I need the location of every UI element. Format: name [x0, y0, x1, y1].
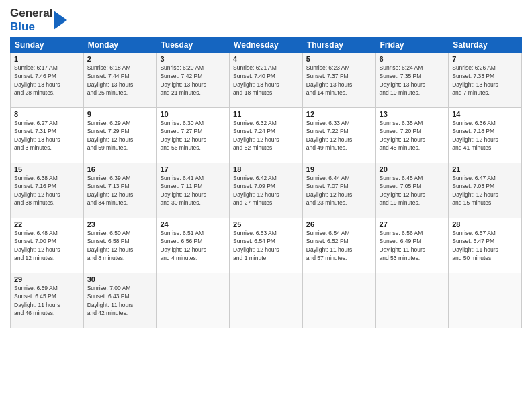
day-number: 23: [87, 220, 153, 228]
day-number: 21: [452, 165, 518, 173]
calendar-cell: 20Sunrise: 6:45 AM Sunset: 7:05 PM Dayli…: [375, 163, 449, 218]
calendar-week-row: 15Sunrise: 6:38 AM Sunset: 7:16 PM Dayli…: [11, 163, 522, 218]
day-number: 12: [306, 110, 372, 118]
page-header: General Blue: [10, 7, 522, 33]
day-info: Sunrise: 6:29 AM Sunset: 7:29 PM Dayligh…: [87, 119, 153, 152]
calendar-cell: 11Sunrise: 6:32 AM Sunset: 7:24 PM Dayli…: [230, 108, 303, 163]
column-header-thursday: Thursday: [302, 38, 375, 53]
calendar-cell: 17Sunrise: 6:41 AM Sunset: 7:11 PM Dayli…: [157, 163, 230, 218]
day-info: Sunrise: 6:26 AM Sunset: 7:33 PM Dayligh…: [452, 64, 518, 97]
calendar-cell: 28Sunrise: 6:57 AM Sunset: 6:47 PM Dayli…: [449, 218, 522, 273]
day-info: Sunrise: 6:30 AM Sunset: 7:27 PM Dayligh…: [160, 119, 226, 152]
calendar-cell: [449, 273, 522, 328]
calendar-cell: 30Sunrise: 7:00 AM Sunset: 6:43 PM Dayli…: [83, 273, 157, 328]
day-info: Sunrise: 6:48 AM Sunset: 7:00 PM Dayligh…: [14, 229, 80, 262]
day-info: Sunrise: 6:27 AM Sunset: 7:31 PM Dayligh…: [14, 119, 80, 152]
calendar-cell: 29Sunrise: 6:59 AM Sunset: 6:45 PM Dayli…: [11, 273, 84, 328]
day-info: Sunrise: 6:35 AM Sunset: 7:20 PM Dayligh…: [380, 119, 445, 152]
day-info: Sunrise: 6:36 AM Sunset: 7:18 PM Dayligh…: [452, 119, 518, 152]
calendar-cell: 26Sunrise: 6:54 AM Sunset: 6:52 PM Dayli…: [302, 218, 375, 273]
calendar-cell: 18Sunrise: 6:42 AM Sunset: 7:09 PM Dayli…: [230, 163, 303, 218]
day-info: Sunrise: 6:32 AM Sunset: 7:24 PM Dayligh…: [233, 119, 299, 152]
calendar-cell: 19Sunrise: 6:44 AM Sunset: 7:07 PM Dayli…: [302, 163, 375, 218]
day-info: Sunrise: 6:59 AM Sunset: 6:45 PM Dayligh…: [14, 284, 80, 317]
day-number: 16: [87, 165, 153, 173]
day-info: Sunrise: 6:20 AM Sunset: 7:42 PM Dayligh…: [160, 64, 226, 97]
day-number: 27: [380, 220, 445, 228]
day-info: Sunrise: 6:57 AM Sunset: 6:47 PM Dayligh…: [452, 229, 518, 262]
calendar-cell: 4Sunrise: 6:21 AM Sunset: 7:40 PM Daylig…: [230, 53, 303, 108]
day-number: 10: [160, 110, 226, 118]
day-number: 3: [160, 55, 226, 63]
calendar-cell: [157, 273, 230, 328]
calendar-cell: 9Sunrise: 6:29 AM Sunset: 7:29 PM Daylig…: [83, 108, 157, 163]
svg-marker-0: [54, 11, 67, 30]
calendar-cell: 2Sunrise: 6:18 AM Sunset: 7:44 PM Daylig…: [83, 53, 157, 108]
day-number: 28: [452, 220, 518, 228]
day-info: Sunrise: 6:39 AM Sunset: 7:13 PM Dayligh…: [87, 174, 153, 207]
day-number: 4: [233, 55, 299, 63]
calendar-cell: 14Sunrise: 6:36 AM Sunset: 7:18 PM Dayli…: [449, 108, 522, 163]
column-header-friday: Friday: [375, 38, 449, 53]
calendar-cell: 7Sunrise: 6:26 AM Sunset: 7:33 PM Daylig…: [449, 53, 522, 108]
calendar-cell: 12Sunrise: 6:33 AM Sunset: 7:22 PM Dayli…: [302, 108, 375, 163]
calendar-header-row: SundayMondayTuesdayWednesdayThursdayFrid…: [11, 38, 522, 53]
calendar-cell: 24Sunrise: 6:51 AM Sunset: 6:56 PM Dayli…: [157, 218, 230, 273]
day-number: 30: [87, 275, 153, 283]
day-info: Sunrise: 6:56 AM Sunset: 6:49 PM Dayligh…: [380, 229, 445, 262]
column-header-tuesday: Tuesday: [157, 38, 230, 53]
day-info: Sunrise: 6:24 AM Sunset: 7:35 PM Dayligh…: [380, 64, 445, 97]
day-number: 19: [306, 165, 372, 173]
calendar-cell: 13Sunrise: 6:35 AM Sunset: 7:20 PM Dayli…: [375, 108, 449, 163]
calendar-cell: 16Sunrise: 6:39 AM Sunset: 7:13 PM Dayli…: [83, 163, 157, 218]
calendar-cell: 23Sunrise: 6:50 AM Sunset: 6:58 PM Dayli…: [83, 218, 157, 273]
calendar-week-row: 1Sunrise: 6:17 AM Sunset: 7:46 PM Daylig…: [11, 53, 522, 108]
calendar-table: SundayMondayTuesdayWednesdayThursdayFrid…: [10, 37, 522, 328]
day-info: Sunrise: 6:47 AM Sunset: 7:03 PM Dayligh…: [452, 174, 518, 207]
calendar-cell: 5Sunrise: 6:23 AM Sunset: 7:37 PM Daylig…: [302, 53, 375, 108]
day-number: 24: [160, 220, 226, 228]
day-info: Sunrise: 6:23 AM Sunset: 7:37 PM Dayligh…: [306, 64, 372, 97]
calendar-cell: 27Sunrise: 6:56 AM Sunset: 6:49 PM Dayli…: [375, 218, 449, 273]
day-number: 29: [14, 275, 80, 283]
calendar-cell: 6Sunrise: 6:24 AM Sunset: 7:35 PM Daylig…: [375, 53, 449, 108]
logo-arrow-icon: [54, 8, 69, 32]
column-header-wednesday: Wednesday: [230, 38, 303, 53]
calendar-week-row: 29Sunrise: 6:59 AM Sunset: 6:45 PM Dayli…: [11, 273, 522, 328]
day-number: 14: [452, 110, 518, 118]
calendar-body: 1Sunrise: 6:17 AM Sunset: 7:46 PM Daylig…: [11, 53, 522, 328]
day-number: 13: [380, 110, 445, 118]
day-number: 25: [233, 220, 299, 228]
day-number: 2: [87, 55, 153, 63]
day-number: 8: [14, 110, 80, 118]
day-info: Sunrise: 6:53 AM Sunset: 6:54 PM Dayligh…: [233, 229, 299, 262]
day-info: Sunrise: 6:21 AM Sunset: 7:40 PM Dayligh…: [233, 64, 299, 97]
calendar-week-row: 8Sunrise: 6:27 AM Sunset: 7:31 PM Daylig…: [11, 108, 522, 163]
day-info: Sunrise: 6:18 AM Sunset: 7:44 PM Dayligh…: [87, 64, 153, 97]
day-number: 7: [452, 55, 518, 63]
column-header-sunday: Sunday: [11, 38, 84, 53]
calendar-cell: [230, 273, 303, 328]
logo: General Blue: [10, 7, 69, 33]
day-number: 15: [14, 165, 80, 173]
column-header-saturday: Saturday: [449, 38, 522, 53]
calendar-cell: 15Sunrise: 6:38 AM Sunset: 7:16 PM Dayli…: [11, 163, 84, 218]
day-info: Sunrise: 6:17 AM Sunset: 7:46 PM Dayligh…: [14, 64, 80, 97]
calendar-cell: 22Sunrise: 6:48 AM Sunset: 7:00 PM Dayli…: [11, 218, 84, 273]
day-number: 9: [87, 110, 153, 118]
day-number: 26: [306, 220, 372, 228]
calendar-cell: 8Sunrise: 6:27 AM Sunset: 7:31 PM Daylig…: [11, 108, 84, 163]
day-number: 6: [380, 55, 445, 63]
day-number: 17: [160, 165, 226, 173]
day-info: Sunrise: 6:38 AM Sunset: 7:16 PM Dayligh…: [14, 174, 80, 207]
day-number: 18: [233, 165, 299, 173]
day-info: Sunrise: 6:54 AM Sunset: 6:52 PM Dayligh…: [306, 229, 372, 262]
calendar-week-row: 22Sunrise: 6:48 AM Sunset: 7:00 PM Dayli…: [11, 218, 522, 273]
calendar-cell: 1Sunrise: 6:17 AM Sunset: 7:46 PM Daylig…: [11, 53, 84, 108]
day-info: Sunrise: 6:50 AM Sunset: 6:58 PM Dayligh…: [87, 229, 153, 262]
day-info: Sunrise: 6:42 AM Sunset: 7:09 PM Dayligh…: [233, 174, 299, 207]
calendar-cell: [302, 273, 375, 328]
day-info: Sunrise: 6:45 AM Sunset: 7:05 PM Dayligh…: [380, 174, 445, 207]
calendar-cell: 10Sunrise: 6:30 AM Sunset: 7:27 PM Dayli…: [157, 108, 230, 163]
column-header-monday: Monday: [83, 38, 157, 53]
